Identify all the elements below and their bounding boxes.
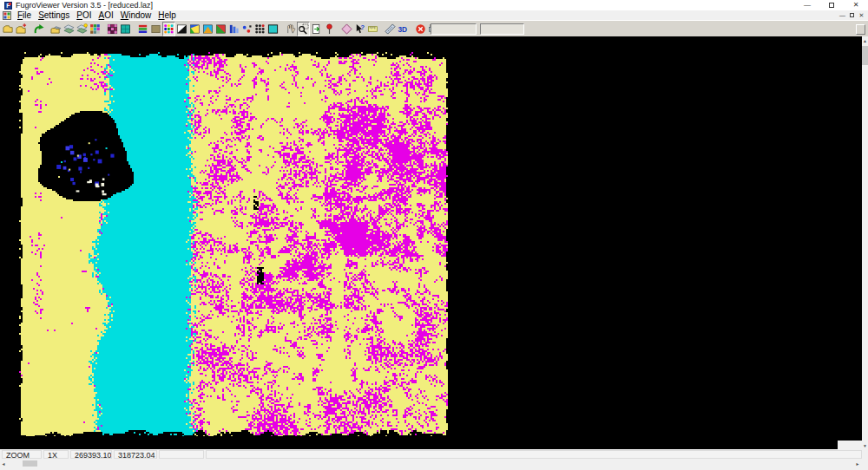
identify-button[interactable]: ? xyxy=(353,22,366,36)
menu-help[interactable]: Help xyxy=(155,10,180,20)
aoi-button[interactable] xyxy=(340,22,353,36)
app-icon: F xyxy=(4,2,12,10)
menu-bar: FileSettingsPOIAOIWindowHelp — ✕ xyxy=(0,10,868,20)
zoom-window-button[interactable] xyxy=(297,22,310,36)
horizontal-scrollbar[interactable]: ◄ ► xyxy=(0,460,868,467)
grid-colored-icon xyxy=(89,23,101,35)
status-cell-0: ZOOM xyxy=(2,450,42,459)
menu-window[interactable]: Window xyxy=(117,10,155,20)
color-by-rgb-button[interactable] xyxy=(188,22,201,36)
poi-button[interactable] xyxy=(323,22,336,36)
intensity-image-button[interactable] xyxy=(106,22,119,36)
add-file-button[interactable] xyxy=(15,22,28,36)
single-color-button[interactable] xyxy=(149,22,162,36)
client-area xyxy=(0,36,862,449)
menu-settings[interactable]: Settings xyxy=(35,10,73,20)
grid-view-button[interactable] xyxy=(89,22,102,36)
window-title: FugroViewer Version 3.5 - [reduced.laz] xyxy=(16,1,153,10)
fit-page-icon xyxy=(311,23,322,35)
zoom-window-icon xyxy=(298,23,309,35)
help-cursor-icon: ? xyxy=(354,23,365,35)
color-split-3-icon xyxy=(215,23,227,35)
measure-distance-button[interactable] xyxy=(384,22,397,36)
maximize-button[interactable] xyxy=(819,0,844,10)
color-by-intensity-button[interactable] xyxy=(175,22,188,36)
layers-highlight-button[interactable] xyxy=(76,22,89,36)
measure-note-icon xyxy=(367,23,378,35)
measure-info-button[interactable] xyxy=(366,22,379,36)
single-color-icon xyxy=(150,23,161,35)
scroll-down-arrow-icon[interactable]: ▼ xyxy=(862,441,868,449)
poi-pin-icon xyxy=(324,23,335,35)
mdi-minimize-button[interactable]: — xyxy=(838,10,847,20)
rgb-split-icon xyxy=(189,23,201,35)
mdi-window-controls: — ✕ xyxy=(838,10,866,20)
horizontal-scroll-thumb[interactable] xyxy=(23,460,37,467)
intensity-bw-icon xyxy=(176,23,187,35)
select-area-button[interactable] xyxy=(266,22,279,36)
classification-colors-icon xyxy=(163,23,174,35)
restore-icon xyxy=(850,13,854,17)
mdi-close-button[interactable]: ✕ xyxy=(857,10,866,20)
toolbar-grip[interactable] xyxy=(856,24,865,35)
blue-bars-icon xyxy=(228,23,240,35)
profile-points-icon xyxy=(241,23,253,35)
svg-text:3D: 3D xyxy=(398,24,407,33)
view-3d-button[interactable]: 3D xyxy=(397,22,410,36)
open-folder-icon xyxy=(3,23,14,35)
tin-surface-button[interactable] xyxy=(119,22,132,36)
pan-button[interactable] xyxy=(284,22,297,36)
maximize-icon xyxy=(829,3,834,8)
open-layers-icon xyxy=(50,23,62,35)
profile-points-button[interactable] xyxy=(240,22,253,36)
aoi-diamond-icon xyxy=(341,23,352,35)
mdi-restore-button[interactable] xyxy=(847,10,857,20)
close-button[interactable]: ✕ xyxy=(844,0,868,10)
menu-items: FileSettingsPOIAOIWindowHelp xyxy=(14,10,180,20)
elevation-colors-icon xyxy=(137,23,148,35)
menu-poi[interactable]: POI xyxy=(73,10,95,20)
color-by-elevation-button[interactable] xyxy=(136,22,149,36)
scroll-up-arrow-icon[interactable]: ▲ xyxy=(862,36,868,44)
open-project-button[interactable] xyxy=(49,22,62,36)
open-folder-add-icon xyxy=(16,23,27,35)
scroll-corner xyxy=(838,441,862,449)
fit-view-button[interactable] xyxy=(310,22,323,36)
color-by-source-button[interactable] xyxy=(214,22,227,36)
point-cloud-view[interactable] xyxy=(19,52,448,436)
reload-button[interactable] xyxy=(32,22,45,36)
open-file-button[interactable] xyxy=(2,22,15,36)
status-bar: ZOOM1X269393.10318723.04 xyxy=(0,449,868,460)
coordinate-field-y[interactable] xyxy=(480,23,524,35)
svg-text:?: ? xyxy=(360,23,365,31)
menu-file[interactable]: File xyxy=(14,10,35,20)
color-by-return-button[interactable] xyxy=(201,22,214,36)
scroll-right-arrow-icon[interactable]: ► xyxy=(854,460,861,467)
color-split-2-icon xyxy=(202,23,214,35)
layers-button[interactable] xyxy=(62,22,76,36)
select-area-icon xyxy=(267,23,279,35)
status-cell-1: 1X xyxy=(43,450,69,459)
grid-points-icon xyxy=(254,23,266,35)
status-cell-3: 318723.04 xyxy=(114,450,157,459)
close-view-button[interactable] xyxy=(414,22,427,36)
scroll-left-arrow-icon[interactable]: ◄ xyxy=(0,460,7,467)
close-red-icon xyxy=(415,23,426,35)
coordinate-field-x[interactable] xyxy=(431,23,477,35)
redo-arrow-icon xyxy=(33,23,44,35)
pan-hand-icon xyxy=(285,23,296,35)
document-icon xyxy=(3,11,11,20)
vertical-scrollbar[interactable]: ▲ ▼ xyxy=(862,36,868,449)
menu-aoi[interactable]: AOI xyxy=(95,10,117,20)
title-bar: F FugroViewer Version 3.5 - [reduced.laz… xyxy=(0,0,868,10)
status-cell-4 xyxy=(159,450,204,459)
view-3d-icon: 3D xyxy=(398,23,409,35)
color-by-classification-button[interactable] xyxy=(162,22,175,36)
window-controls: — ✕ xyxy=(795,0,868,10)
point-grid-button[interactable] xyxy=(253,22,266,36)
vertical-scroll-thumb[interactable] xyxy=(862,46,868,65)
minimize-button[interactable]: — xyxy=(795,0,819,10)
status-cell-5 xyxy=(206,450,862,459)
toolbar: ?3D xyxy=(0,20,868,36)
histogram-button[interactable] xyxy=(227,22,240,36)
